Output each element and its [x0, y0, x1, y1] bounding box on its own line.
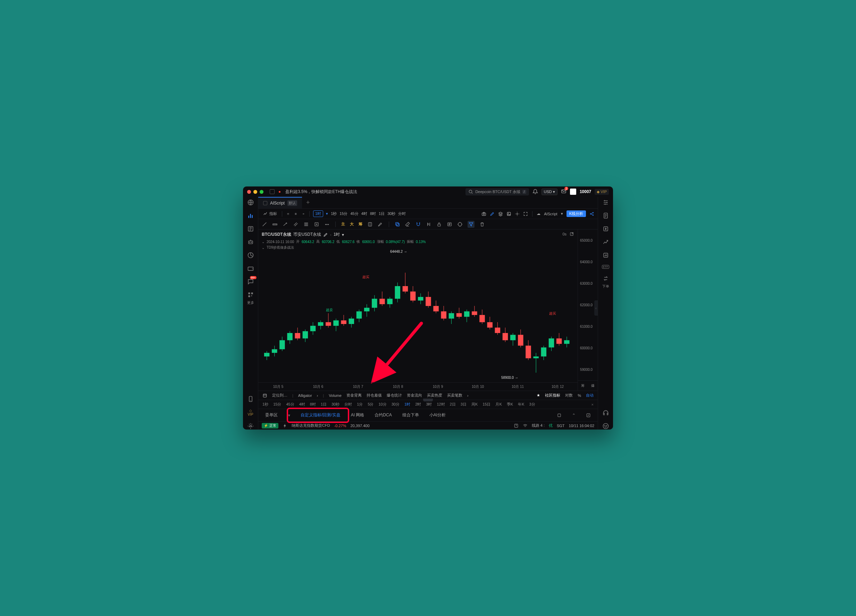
close-icon[interactable]: × — [591, 402, 594, 407]
right-handle[interactable]: ‹ — [594, 300, 598, 316]
ticker-name[interactable]: 纳斯达克指数期货CFD — [292, 423, 330, 428]
expand-icon[interactable] — [586, 413, 591, 418]
mail-button[interactable]: 2 — [561, 189, 567, 195]
zhu-label[interactable]: 主 — [341, 222, 345, 227]
interval-item[interactable]: 2日 — [450, 402, 456, 407]
interval-item[interactable]: 8时 — [310, 402, 316, 407]
interval-item[interactable]: 年K — [518, 402, 524, 407]
bt-ai-grid[interactable]: AI 网格 — [351, 412, 365, 418]
ind-item[interactable]: Volume — [329, 393, 342, 397]
bt-aianalyze[interactable]: 小AI分析 — [430, 412, 446, 418]
da-label[interactable]: 大 — [350, 222, 354, 227]
brush-icon[interactable] — [378, 222, 383, 227]
pair-btn[interactable]: 对数 — [565, 393, 573, 398]
camera-icon[interactable] — [482, 211, 487, 216]
bt-orders[interactable]: 委单区 — [265, 412, 278, 418]
eraser-icon[interactable] — [405, 222, 411, 227]
chart-icon[interactable] — [247, 212, 254, 219]
wallet-icon[interactable] — [247, 265, 254, 272]
more-tools-icon[interactable]: ••• — [324, 222, 330, 227]
growth-icon[interactable] — [602, 239, 609, 245]
barchart-icon[interactable] — [602, 252, 609, 259]
checkbox-icon[interactable] — [263, 201, 267, 205]
chart-canvas[interactable]: BTC/USDT永续 币安USDT永续 · 1时 ▾ 0s ⌄ 2024-10-… — [258, 229, 577, 391]
interval-item[interactable]: 1日 — [321, 402, 326, 407]
globe-icon[interactable] — [247, 199, 254, 206]
interval-item[interactable]: 1时 — [404, 402, 410, 407]
pie-icon[interactable] — [247, 252, 254, 259]
interval-item[interactable]: 季K — [507, 402, 513, 407]
order-button[interactable]: 下单 — [602, 275, 609, 289]
vip-chip[interactable]: ◆ VIP — [594, 189, 609, 195]
tab-aiscript[interactable]: AIScript 默认 — [258, 197, 302, 208]
auto-btn[interactable]: 自动 — [586, 393, 594, 398]
interval-item[interactable]: 5分 — [368, 402, 374, 407]
interval-item[interactable]: 12时 — [437, 402, 445, 407]
extension-icon[interactable] — [270, 189, 274, 194]
interval-item[interactable]: 30秒 — [387, 211, 396, 216]
target-icon[interactable] — [457, 222, 463, 227]
interval-item[interactable]: 4时 — [361, 211, 367, 216]
line-tool-icon[interactable] — [262, 222, 267, 227]
calendar-icon[interactable] — [286, 211, 291, 216]
doc-icon[interactable] — [602, 212, 609, 219]
fullscreen-icon[interactable] — [523, 211, 528, 216]
candles-icon[interactable] — [426, 222, 431, 227]
wifi-icon[interactable] — [523, 423, 528, 428]
ind-item[interactable]: 资金背离 — [346, 393, 362, 398]
interval-item[interactable]: 10分 — [379, 402, 387, 407]
gear-icon[interactable] — [515, 211, 520, 216]
filter-icon[interactable] — [468, 221, 474, 228]
bt-custom-indicator[interactable]: 自定义指标/回测/实盘 — [300, 412, 340, 418]
interval-item[interactable]: 1秒 — [262, 402, 268, 407]
chou-label[interactable]: 筹 — [359, 222, 362, 227]
news-icon[interactable] — [247, 225, 254, 232]
interval-item[interactable]: 3分 — [530, 402, 535, 407]
bt-combo[interactable]: 组合下单 — [402, 412, 419, 418]
bt-dca[interactable]: 合约DCA — [374, 412, 391, 418]
tz-label[interactable]: SGT — [557, 424, 565, 428]
chevron-down-icon[interactable]: ▾ — [326, 211, 328, 216]
ind-item[interactable]: 持仓差值 — [366, 393, 382, 398]
rewind-icon[interactable] — [301, 211, 306, 216]
indicator-button[interactable]: 指标 — [262, 210, 279, 217]
interval-item[interactable]: 周K — [471, 402, 478, 407]
pct-btn[interactable]: % — [577, 393, 581, 397]
interval-item[interactable]: 15日 — [482, 402, 491, 407]
magnet-icon[interactable] — [416, 222, 421, 227]
chevron-up-icon[interactable]: ⌃ — [572, 413, 576, 418]
interval-item[interactable]: 月K — [495, 402, 502, 407]
minimize-dot[interactable] — [253, 190, 257, 194]
list-icon[interactable] — [447, 222, 452, 227]
interval-item[interactable]: 1日 — [379, 211, 385, 216]
layers-icon[interactable] — [498, 211, 503, 216]
chat-icon[interactable]: 99+ — [247, 278, 254, 285]
interval-item[interactable]: 4时 — [299, 402, 305, 407]
rect-icon[interactable] — [314, 222, 319, 227]
status-ok[interactable]: ⚡ 正常 — [262, 423, 279, 428]
interval-active[interactable]: 1时 — [313, 210, 323, 217]
interval-item[interactable]: 15分 — [273, 402, 281, 407]
headset-icon[interactable] — [602, 410, 609, 416]
apps-icon[interactable] — [247, 291, 254, 298]
search-box[interactable]: Deepcoin BTC/USDT 永续 / — [465, 188, 529, 196]
analysis-button[interactable]: K线分析 — [567, 210, 586, 217]
interval-item[interactable]: 分时 — [398, 211, 406, 216]
bot-icon[interactable] — [247, 239, 254, 245]
dollar-icon[interactable] — [602, 225, 609, 232]
close-dot[interactable] — [247, 190, 251, 194]
fib-icon[interactable] — [303, 222, 309, 227]
chevron-down-icon[interactable]: ▾ — [561, 211, 563, 216]
interval-item[interactable]: 45分 — [351, 211, 359, 216]
pencil-icon[interactable] — [490, 211, 495, 216]
interval-item[interactable]: 2时 — [415, 402, 421, 407]
zoom-dot[interactable] — [260, 190, 263, 194]
interval-item[interactable]: 1秒 — [331, 211, 337, 216]
interval-item[interactable]: 15分 — [339, 211, 348, 216]
mobile-icon[interactable] — [247, 396, 254, 402]
interval-item[interactable]: 1分 — [357, 402, 363, 407]
avatar[interactable] — [570, 189, 576, 195]
share-icon[interactable] — [590, 211, 594, 216]
image-icon[interactable] — [507, 211, 511, 216]
bell-icon[interactable] — [533, 189, 538, 194]
